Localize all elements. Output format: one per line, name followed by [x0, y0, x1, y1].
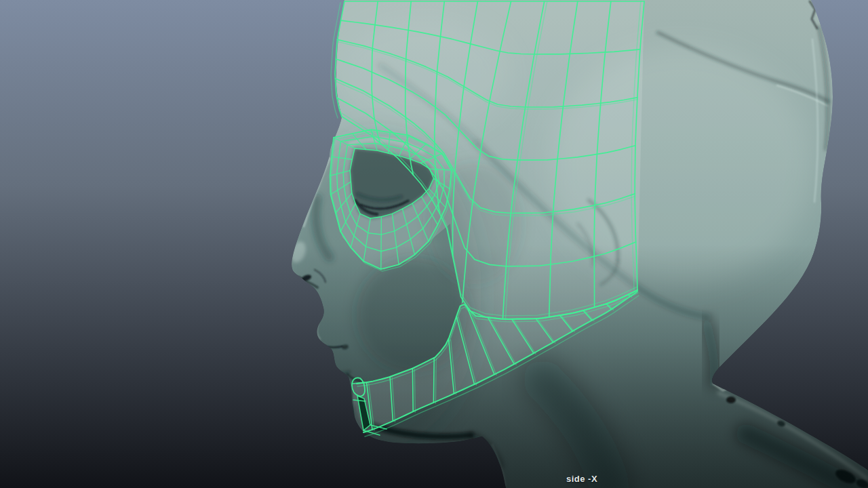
camera-label: side -X — [566, 474, 597, 484]
viewport-scene — [0, 0, 868, 488]
maya-3d-viewport[interactable]: side -X — [0, 0, 868, 488]
head-scan-mesh[interactable] — [0, 0, 868, 488]
